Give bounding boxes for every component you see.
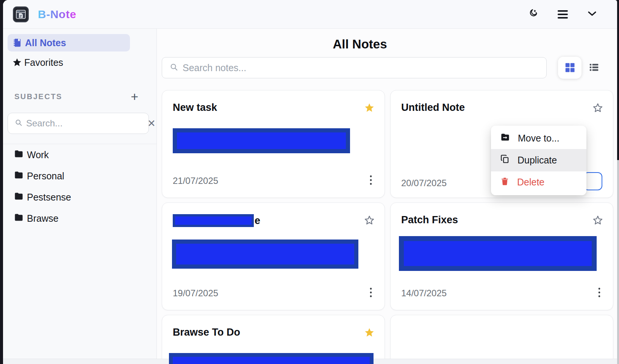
sidebar-folder-personal[interactable]: Personal bbox=[3, 165, 156, 187]
sidebar-item-all-notes[interactable]: All Notes bbox=[8, 34, 130, 51]
menu-item-duplicate[interactable]: Duplicate bbox=[491, 149, 586, 171]
theme-toggle-button[interactable] bbox=[527, 8, 538, 20]
note-card[interactable]: New task 21/07/2025 bbox=[162, 90, 385, 198]
vertical-dots-icon bbox=[369, 181, 372, 187]
main-menu-button[interactable] bbox=[558, 10, 568, 19]
note-title: Brawse To Do bbox=[173, 327, 240, 338]
vertical-dots-icon bbox=[598, 294, 601, 299]
menu-item-label: Duplicate bbox=[517, 155, 557, 166]
note-date: 19/07/2025 bbox=[173, 288, 218, 299]
note-card[interactable] bbox=[390, 315, 613, 364]
redacted-content bbox=[173, 128, 350, 153]
note-menu-button[interactable] bbox=[366, 173, 375, 188]
collapse-header-button[interactable] bbox=[588, 11, 597, 18]
list-view-button[interactable] bbox=[588, 62, 600, 74]
desktop-background: B-Note bbox=[0, 0, 619, 364]
note-title-visible-suffix: e bbox=[255, 215, 260, 227]
sidebar: All Notes Favorites SUBJECTS + bbox=[3, 29, 157, 359]
star-icon bbox=[12, 58, 22, 67]
clear-search-button[interactable]: ✕ bbox=[147, 118, 156, 128]
redacted-title bbox=[173, 214, 254, 227]
star-outline-icon bbox=[592, 221, 603, 227]
note-title: New task bbox=[173, 102, 217, 114]
view-toggle bbox=[558, 57, 600, 79]
copy-icon bbox=[500, 154, 510, 166]
sidebar-item-label: All Notes bbox=[25, 37, 66, 48]
folder-icon bbox=[14, 149, 24, 161]
redacted-content bbox=[399, 236, 597, 271]
star-outline-icon bbox=[364, 221, 375, 227]
grid-view-icon bbox=[564, 62, 575, 74]
folder-label: Personal bbox=[27, 171, 64, 182]
favorite-button[interactable] bbox=[364, 103, 375, 114]
favorite-button[interactable] bbox=[364, 215, 375, 227]
sidebar-folder-brawse[interactable]: Brawse bbox=[3, 208, 156, 229]
star-filled-icon bbox=[364, 333, 375, 339]
note-card[interactable]: Brawse To Do bbox=[162, 315, 385, 364]
star-outline-icon bbox=[592, 109, 603, 114]
sidebar-item-label: Favorites bbox=[24, 57, 63, 68]
note-title: Patch Fixes bbox=[401, 214, 458, 226]
note-context-menu: Move to... Duplicate bbox=[491, 126, 586, 195]
sidebar-folder-work[interactable]: Work bbox=[3, 144, 156, 165]
folder-icon bbox=[14, 170, 24, 182]
sidebar-folder-pestsense[interactable]: Pestsense bbox=[3, 187, 156, 208]
notebook-icon bbox=[12, 37, 23, 48]
search-icon bbox=[15, 119, 22, 128]
grid-view-button[interactable] bbox=[558, 57, 581, 79]
note-menu-button[interactable] bbox=[595, 285, 604, 301]
app-logo-icon bbox=[13, 6, 29, 22]
app-title: B-Note bbox=[38, 8, 76, 21]
subjects-heading: SUBJECTS bbox=[14, 92, 63, 101]
menu-item-delete[interactable]: Delete bbox=[491, 171, 586, 193]
chevron-down-icon bbox=[588, 11, 597, 18]
favorite-button[interactable] bbox=[592, 215, 603, 227]
search-icon bbox=[170, 63, 178, 73]
vertical-dots-icon bbox=[369, 294, 372, 299]
menu-item-label: Delete bbox=[517, 177, 544, 188]
notes-search-input[interactable] bbox=[183, 62, 539, 73]
subject-search-input[interactable] bbox=[26, 118, 144, 129]
menu-item-move-to[interactable]: Move to... bbox=[491, 127, 586, 149]
note-title: Untitled Note bbox=[401, 102, 465, 114]
app-header: B-Note bbox=[3, 0, 617, 29]
add-subject-button[interactable]: + bbox=[131, 90, 138, 103]
note-card[interactable]: e 19/07/2025 bbox=[162, 202, 385, 310]
folder-label: Brawse bbox=[27, 213, 58, 224]
trash-icon bbox=[500, 176, 510, 188]
app-window: B-Note bbox=[3, 0, 617, 364]
folder-icon bbox=[14, 191, 24, 204]
folder-label: Work bbox=[27, 149, 49, 160]
note-card[interactable]: Patch Fixes 14/07/2025 bbox=[390, 202, 613, 310]
list-view-icon bbox=[588, 62, 600, 74]
note-menu-button[interactable] bbox=[366, 285, 375, 301]
folder-icon bbox=[14, 212, 24, 225]
notes-search-box bbox=[162, 57, 547, 78]
note-date: 14/07/2025 bbox=[401, 288, 447, 299]
note-title: e bbox=[173, 214, 260, 227]
moon-stars-icon bbox=[527, 8, 538, 20]
folder-label: Pestsense bbox=[27, 192, 71, 203]
favorite-button[interactable] bbox=[592, 103, 603, 114]
right-scrollbar[interactable] bbox=[617, 160, 619, 364]
redacted-content bbox=[172, 240, 358, 269]
note-date: 20/07/2025 bbox=[401, 178, 447, 188]
star-filled-icon bbox=[364, 109, 375, 114]
menu-item-label: Move to... bbox=[518, 133, 560, 144]
redacted-content bbox=[169, 353, 374, 364]
page-title: All Notes bbox=[162, 37, 558, 51]
subject-search-box: ✕ bbox=[8, 113, 149, 134]
folder-move-icon bbox=[500, 132, 510, 145]
hamburger-menu-icon bbox=[558, 10, 568, 19]
favorite-button[interactable] bbox=[364, 327, 375, 339]
sidebar-item-favorites[interactable]: Favorites bbox=[8, 54, 130, 71]
note-date: 21/07/2025 bbox=[173, 176, 218, 186]
